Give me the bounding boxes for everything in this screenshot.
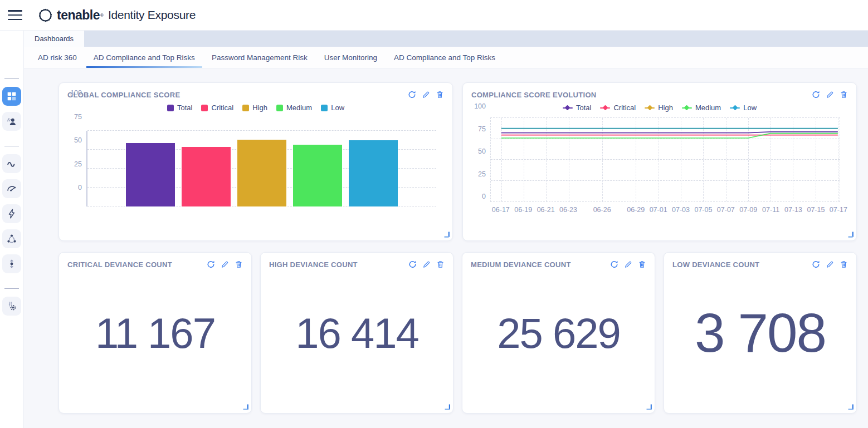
refresh-icon[interactable] [610, 260, 618, 269]
deviance-count-value: 25 629 [471, 269, 646, 407]
indicators-gauge-icon [6, 183, 18, 195]
sidebar-item-attacks[interactable] [2, 204, 21, 223]
edit-icon[interactable] [624, 260, 632, 269]
sidebar-item-attack-path[interactable] [2, 254, 21, 273]
refresh-icon[interactable] [408, 260, 417, 269]
bar-total [126, 143, 175, 206]
resize-handle-icon[interactable] [847, 404, 854, 410]
card-low-deviance-count: LOW DEVIANCE COUNT 3 708 [664, 252, 857, 414]
y-axis-tick: 50 [478, 147, 486, 155]
sidebar-item-topology[interactable] [2, 229, 21, 248]
resize-handle-icon[interactable] [645, 404, 652, 410]
x-axis-labels: 06-1706-1906-2106-2306-2606-2907-0107-03… [490, 205, 840, 216]
trash-icon[interactable] [840, 90, 848, 99]
legend-item-low: Low [321, 104, 344, 112]
legend-diamond [602, 105, 608, 111]
dashboard-grid-icon [6, 90, 18, 102]
x-axis-tick: 07-03 [672, 206, 690, 214]
tab-ad-risk-360[interactable]: AD risk 360 [30, 47, 85, 68]
topology-icon [6, 233, 18, 245]
resize-handle-icon[interactable] [242, 404, 248, 410]
sidebar [0, 31, 24, 428]
breadcrumb-tab-dashboards[interactable]: Dashboards [24, 31, 84, 47]
line-series-medium [501, 134, 838, 138]
bar-chart-legend: TotalCriticalHighMediumLow [67, 104, 444, 112]
legend-swatch [242, 105, 249, 111]
card-title: GLOBAL COMPLIANCE SCORE [67, 91, 180, 99]
trash-icon[interactable] [436, 90, 444, 99]
breadcrumb: Dashboards [24, 31, 868, 47]
legend-label: Critical [613, 104, 636, 112]
legend-diamond [732, 105, 738, 111]
identity-explorer-icon [6, 115, 18, 127]
legend-swatch [276, 105, 283, 111]
legend-swatch [321, 105, 328, 111]
x-axis-tick: 06-23 [559, 206, 577, 214]
sidebar-item-settings[interactable] [2, 297, 21, 316]
card-high-deviance-count: HIGH DEVIANCE COUNT 16 414 [260, 252, 453, 414]
card-compliance-score-evolution: COMPLIANCE SCORE EVOLUTION TotalCritical… [462, 82, 857, 241]
bar-high [237, 140, 286, 206]
bars-group [87, 131, 436, 206]
global-compliance-bar-chart: 0255075100 [67, 112, 436, 206]
sidebar-item-indicators[interactable] [2, 179, 21, 198]
edit-icon[interactable] [422, 260, 431, 269]
dashboard-tabs: AD risk 360 AD Compliance and Top Risks … [24, 47, 868, 68]
legend-label: Low [743, 104, 757, 112]
resize-handle-icon[interactable] [847, 231, 854, 238]
legend-line-marker [645, 106, 655, 110]
y-axis-tick: 0 [482, 193, 486, 200]
tab-password-management-risk[interactable]: Password Management Risk [203, 47, 316, 68]
legend-label: High [658, 104, 673, 112]
line-series-svg [491, 118, 840, 201]
legend-label: Medium [695, 104, 721, 112]
card-critical-deviance-count: CRITICAL DEVIANCE COUNT 11 167 [58, 252, 252, 414]
x-axis-tick: 06-19 [514, 206, 532, 214]
card-title: LOW DEVIANCE COUNT [672, 260, 759, 269]
x-axis-tick: 06-29 [627, 206, 645, 214]
tenable-logo-icon [38, 8, 53, 23]
legend-line-marker [682, 106, 692, 110]
edit-icon[interactable] [826, 260, 834, 269]
refresh-icon[interactable] [408, 90, 416, 99]
refresh-icon[interactable] [207, 260, 215, 269]
legend-item-low: Low [730, 104, 757, 112]
legend-label: High [252, 104, 267, 112]
legend-item-medium: Medium [276, 104, 312, 112]
card-title: HIGH DEVIANCE COUNT [269, 260, 358, 269]
trash-icon[interactable] [840, 260, 848, 269]
legend-item-critical: Critical [600, 104, 636, 112]
resize-handle-icon[interactable] [443, 404, 450, 410]
sidebar-item-identity-explorer[interactable] [2, 112, 21, 131]
legend-label: Total [576, 104, 591, 112]
refresh-icon[interactable] [812, 260, 820, 269]
edit-icon[interactable] [221, 260, 229, 269]
card-medium-deviance-count: MEDIUM DEVIANCE COUNT 25 629 [462, 252, 655, 414]
x-axis-tick: 07-07 [717, 206, 735, 214]
app-header: tenable® Identity Exposure [0, 0, 868, 31]
deviance-count-value: 3 708 [672, 269, 848, 407]
product-name: Identity Exposure [108, 8, 196, 22]
bar-medium [293, 145, 342, 206]
tab-ad-compliance-and-top-risks-2[interactable]: AD Compliance and Top Risks [386, 47, 504, 68]
x-axis-tick: 07-09 [739, 206, 757, 214]
edit-icon[interactable] [422, 90, 430, 99]
y-axis-tick: 50 [74, 136, 82, 144]
trash-icon[interactable] [235, 260, 243, 269]
sidebar-item-dashboards[interactable] [2, 87, 21, 106]
line-chart-legend: TotalCriticalHighMediumLow [471, 104, 848, 112]
trash-icon[interactable] [638, 260, 646, 269]
card-title: CRITICAL DEVIANCE COUNT [67, 260, 172, 269]
menu-icon[interactable] [8, 10, 22, 20]
x-axis-tick: 07-01 [650, 206, 667, 214]
sidebar-item-trail-flow[interactable] [2, 154, 21, 173]
legend-swatch [167, 105, 174, 111]
trash-icon[interactable] [436, 260, 445, 269]
refresh-icon[interactable] [812, 90, 820, 99]
tab-ad-compliance-and-top-risks[interactable]: AD Compliance and Top Risks [85, 47, 203, 68]
edit-icon[interactable] [826, 90, 834, 99]
legend-label: Medium [286, 104, 312, 112]
legend-label: Low [331, 104, 344, 112]
resize-handle-icon[interactable] [443, 231, 450, 238]
tab-user-monitoring[interactable]: User Monitoring [316, 47, 386, 68]
